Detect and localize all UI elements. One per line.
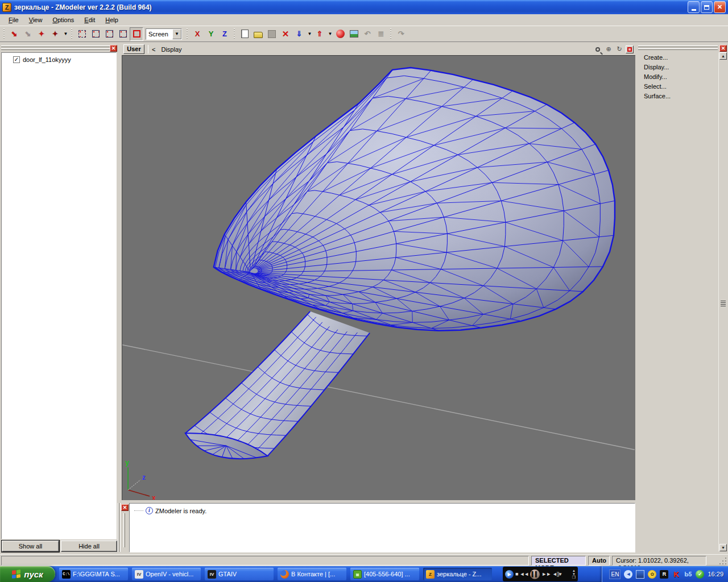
wmp-deskband-controls[interactable]: ▲▼❐ (572, 569, 576, 579)
menu-file[interactable]: File (3, 15, 24, 24)
select-mode-dropdown[interactable]: ▼ (62, 27, 69, 41)
minimize-icon (692, 9, 696, 11)
log-panel-close-button[interactable]: ✕ (121, 504, 129, 511)
history-button[interactable]: ≣ (374, 27, 388, 41)
material-editor-button[interactable] (333, 27, 347, 41)
open-folder-icon (254, 32, 263, 38)
undo-button[interactable]: ↶ (361, 27, 374, 41)
update-ok-tray-icon[interactable]: ✓ (696, 570, 704, 579)
menu-item-create[interactable]: Create... (644, 53, 671, 63)
save-file-button[interactable] (265, 27, 279, 41)
system-tray: EN ◄ ✿ R K Ь5 ✓ 16:29 (602, 566, 728, 582)
objects-level-button[interactable] (130, 27, 143, 41)
select-separated-button[interactable]: ⬊ (21, 27, 35, 41)
menu-item-surface[interactable]: Surface... (644, 92, 671, 101)
viewport-tools: ⊕ ↻ (593, 45, 635, 53)
toolbar-grip[interactable] (390, 28, 392, 40)
right-panel-header[interactable] (638, 44, 718, 51)
toolbar-grip[interactable] (233, 28, 236, 40)
wmp-previous-button[interactable]: ◄◄ (519, 571, 528, 577)
wmp-volume-button[interactable]: ◄))▾ (552, 571, 561, 577)
menu-item-modify[interactable]: Modify... (644, 72, 671, 82)
commands-scrollbar[interactable]: ▲ ▼ (718, 52, 727, 551)
close-button[interactable]: ✕ (714, 1, 726, 13)
pan-hand-icon[interactable]: ⊕ (604, 45, 613, 53)
hide-all-button[interactable]: Hide all (61, 541, 117, 552)
open-file-button[interactable] (251, 27, 265, 41)
view-type-button[interactable]: User (123, 44, 144, 54)
new-file-button[interactable] (238, 27, 251, 41)
axis-x-button[interactable]: X (191, 27, 204, 41)
clock[interactable]: 16:29 (708, 571, 723, 577)
toolbar-grip[interactable] (186, 28, 189, 40)
viewport-canvas[interactable]: yxz (122, 55, 635, 500)
minimize-button[interactable] (688, 1, 700, 13)
kaspersky-tray-icon[interactable]: K (672, 570, 680, 579)
maximize-viewport-button[interactable] (626, 45, 634, 53)
texture-browser-button[interactable] (347, 27, 361, 41)
left-panel-close-button[interactable]: ✕ (110, 45, 117, 52)
import-button[interactable]: ⇓ (292, 27, 306, 41)
b5-tray-icon[interactable]: Ь5 (684, 570, 692, 579)
nav-back-arrow[interactable]: < (152, 46, 155, 53)
taskbar-item-browser[interactable]: В Контакте | [... (278, 568, 346, 580)
taskbar-item-cmd[interactable]: C:\ F:\GGG\MTA S... (59, 568, 128, 580)
menu-help[interactable]: Help (100, 15, 123, 24)
object-row[interactable]: ✓ door_lf_11okyyyy (4, 56, 114, 63)
chevron-down-icon[interactable]: ▼ (172, 29, 181, 39)
menu-options[interactable]: Options (47, 15, 79, 24)
select-single-button[interactable]: ⬊ (7, 27, 21, 41)
coordinate-space-combo[interactable]: Screen ▼ (146, 28, 182, 40)
scroll-thumb[interactable] (720, 299, 726, 308)
edges-level-button[interactable] (89, 27, 102, 41)
menu-item-select[interactable]: Select... (644, 82, 671, 92)
start-button[interactable]: пуск (0, 566, 55, 582)
scroll-down-button[interactable]: ▼ (719, 544, 727, 551)
import-dropdown[interactable]: ▼ (306, 27, 313, 41)
axis-y-button[interactable]: Y (204, 27, 218, 41)
hide-tray-icons-icon[interactable]: ◄ (624, 570, 632, 579)
select-mode-button[interactable]: ✦ (48, 27, 62, 41)
redo-button[interactable]: ↷ (394, 27, 408, 41)
taskbar-item-zmodeler[interactable]: Z зеркальце - Z... (423, 568, 492, 580)
taskbar-item-qip[interactable]: ▤ [405-556-640] ... (350, 568, 419, 580)
resize-grip[interactable] (719, 558, 727, 565)
wmp-pause-button[interactable]: ▌▌ (530, 569, 540, 579)
axis-z-button[interactable]: Z (218, 27, 231, 41)
show-all-button[interactable]: Show all (2, 541, 59, 552)
menu-view[interactable]: View (24, 15, 48, 24)
rockstar-tray-icon[interactable]: R (660, 570, 668, 579)
objects-list[interactable]: ✓ door_lf_11okyyyy (1, 52, 117, 539)
toolbar-grip[interactable] (3, 28, 6, 40)
object-visibility-checkbox[interactable]: ✓ (13, 56, 20, 63)
menu-edit[interactable]: Edit (79, 15, 100, 24)
taskbar-item-openiv[interactable]: IV OpenIV - vehicl... (132, 568, 201, 580)
toolbar-grip[interactable] (71, 28, 73, 40)
right-panel-close-button[interactable]: ✕ (719, 45, 727, 52)
select-mode-icon: ✦ (52, 30, 59, 38)
export-dropdown[interactable]: ▼ (326, 27, 333, 41)
network-tray-icon[interactable] (636, 570, 644, 579)
undo-icon: ↶ (365, 30, 371, 38)
wmp-next-button[interactable]: ►► (541, 571, 551, 577)
zoom-icon[interactable] (593, 45, 602, 53)
language-indicator[interactable]: EN (609, 569, 621, 579)
delete-button[interactable]: ✕ (279, 27, 292, 41)
polygons-level-button[interactable] (102, 27, 116, 41)
select-quadr-button[interactable]: ✦ (35, 27, 48, 41)
export-button[interactable]: ⇑ (313, 27, 326, 41)
vertical-splitter[interactable] (118, 503, 119, 552)
icq-tray-icon[interactable]: ✿ (648, 570, 656, 579)
patches-level-button[interactable] (116, 27, 130, 41)
vertices-level-button[interactable] (75, 27, 89, 41)
taskbar-item-gtaiv[interactable]: IV GTAIV (205, 568, 274, 580)
menu-item-display[interactable]: Display... (644, 63, 671, 72)
left-panel-header[interactable] (1, 44, 117, 51)
scroll-up-button[interactable]: ▲ (719, 52, 727, 60)
wmp-stop-button[interactable]: ■ (515, 571, 518, 577)
restore-button[interactable] (701, 1, 713, 13)
rotate-view-icon[interactable]: ↻ (615, 45, 624, 53)
select-separated-icon: ⬊ (25, 30, 31, 38)
nav-current-label[interactable]: Display (161, 46, 181, 53)
auto-mode-button[interactable]: Auto (588, 556, 610, 566)
